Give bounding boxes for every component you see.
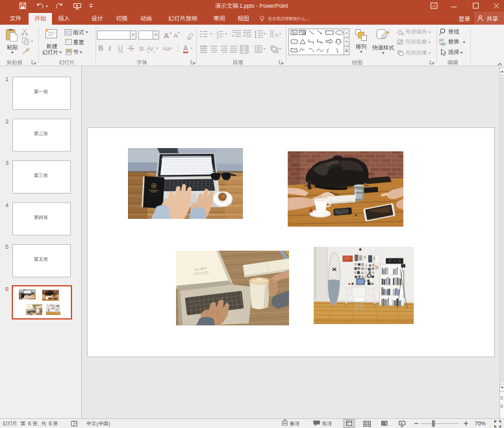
svg-text:I: I: [108, 45, 112, 52]
svg-text:): ): [108, 421, 110, 427]
svg-text:Aa: Aa: [162, 45, 170, 52]
svg-text:2: 2: [5, 118, 8, 125]
svg-text:ac: ac: [441, 41, 446, 47]
svg-text:A: A: [164, 32, 169, 40]
svg-text:70%: 70%: [475, 420, 486, 427]
svg-text:U: U: [118, 44, 123, 52]
svg-text:1.pptx - PowerPoint: 1.pptx - PowerPoint: [240, 3, 289, 9]
svg-text:4: 4: [5, 201, 8, 208]
svg-text:B: B: [99, 44, 104, 52]
svg-text:3: 3: [217, 36, 219, 40]
svg-text:,: ,: [38, 421, 39, 427]
svg-text:A: A: [173, 32, 178, 39]
svg-text:S: S: [140, 45, 144, 52]
svg-text:AV: AV: [147, 45, 154, 52]
svg-text:6: 6: [5, 285, 8, 292]
svg-text:A: A: [275, 32, 279, 38]
svg-text:1: 1: [5, 75, 8, 82]
svg-text:(: (: [97, 421, 99, 427]
svg-text:3: 3: [5, 159, 8, 166]
svg-text:5: 5: [5, 243, 8, 250]
svg-text:6: 6: [28, 420, 31, 427]
svg-text:...: ...: [306, 16, 310, 21]
svg-text:A: A: [183, 44, 188, 52]
svg-text:6: 6: [49, 420, 52, 427]
